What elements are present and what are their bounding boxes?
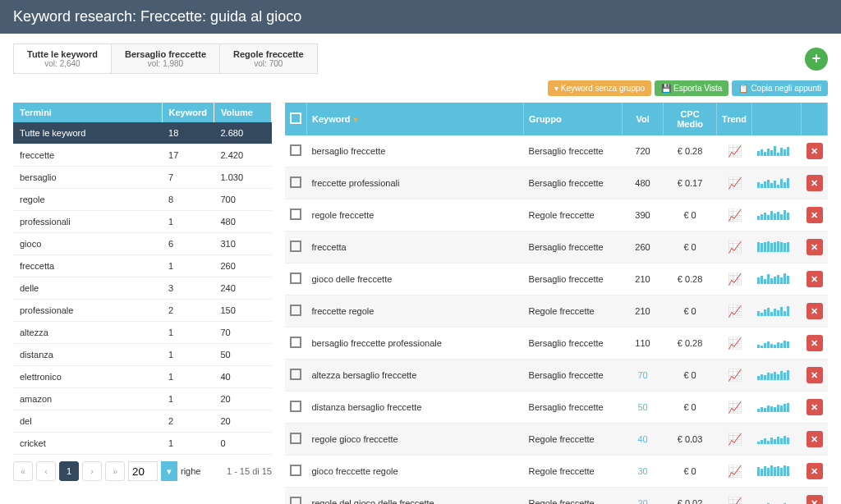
trend-icon[interactable]: 📈 (728, 208, 742, 222)
trend-icon[interactable]: 📈 (728, 369, 742, 382)
term-row[interactable]: professionali1480 (13, 211, 272, 233)
th-cpc[interactable]: CPC Medio (664, 103, 717, 135)
row-checkbox[interactable] (290, 401, 301, 412)
kw-cell: 1 (162, 388, 214, 410)
tab-item[interactable]: Tutte le keywordvol: 2,640 (14, 44, 112, 73)
pager-page-1[interactable]: 1 (59, 461, 79, 481)
row-checkbox[interactable] (290, 337, 301, 348)
th-group[interactable]: Gruppo (524, 103, 623, 135)
copy-clipboard-button[interactable]: 📋 Copia negli appunti (732, 80, 828, 96)
th-keyword[interactable]: Keyword (162, 103, 214, 122)
tab-item[interactable]: Regole freccettevol: 700 (220, 44, 317, 73)
term-row[interactable]: amazon120 (13, 388, 272, 410)
trend-icon[interactable]: 📈 (728, 337, 742, 350)
row-checkbox[interactable] (290, 273, 301, 284)
delete-button[interactable]: ✕ (807, 399, 823, 415)
delete-button[interactable]: ✕ (807, 463, 823, 479)
keyword-row: regole freccetteRegole freccette390€ 0📈✕ (285, 199, 828, 231)
th-checkbox[interactable] (285, 103, 307, 135)
delete-button[interactable]: ✕ (807, 303, 823, 319)
row-checkbox[interactable] (290, 241, 301, 252)
row-checkbox[interactable] (290, 176, 301, 188)
row-checkbox[interactable] (290, 208, 301, 220)
trend-icon[interactable]: 📈 (728, 305, 742, 318)
th-trend[interactable]: Trend (717, 103, 752, 135)
trend-icon[interactable]: 📈 (728, 273, 742, 286)
trend-icon[interactable]: 📈 (728, 497, 742, 504)
term-row[interactable]: freccette172.420 (13, 144, 272, 167)
cpc-cell: € 0 (664, 392, 717, 424)
page-size-dropdown[interactable]: ▾ (161, 461, 177, 481)
page-size-input[interactable] (128, 461, 158, 481)
row-checkbox[interactable] (290, 369, 301, 380)
th-term[interactable]: Termini (13, 103, 162, 122)
th-keyword[interactable]: Keyword▼ (307, 103, 524, 135)
group-cell: Regole freccette (524, 199, 623, 231)
delete-button[interactable]: ✕ (807, 431, 823, 447)
checkbox-all[interactable] (290, 112, 301, 124)
keyword-row: bersaglio freccette professionaleBersagl… (285, 328, 828, 360)
tab-sub: vol: 1,980 (125, 59, 206, 68)
delete-button[interactable]: ✕ (807, 207, 823, 223)
delete-button[interactable]: ✕ (807, 367, 823, 383)
vol-cell: 390 (623, 199, 664, 231)
keyword-no-group-button[interactable]: ▾ Keyword senza gruppo (548, 80, 651, 96)
row-checkbox[interactable] (290, 305, 301, 316)
row-checkbox[interactable] (290, 497, 301, 504)
trend-icon[interactable]: 📈 (728, 176, 742, 190)
pager-next[interactable]: › (82, 461, 102, 481)
vol-cell: 720 (623, 135, 664, 167)
group-cell: Bersaglio freccette (524, 263, 623, 296)
row-checkbox[interactable] (290, 433, 301, 444)
trend-icon[interactable]: 📈 (728, 401, 742, 414)
tab-sub: vol: 700 (233, 59, 304, 68)
kw-cell: 18 (162, 122, 214, 144)
vol-cell: 240 (214, 277, 272, 300)
kw-cell: gioco delle freccette (307, 263, 524, 296)
term-row[interactable]: Tutte le keyword182.680 (13, 122, 272, 144)
delete-button[interactable]: ✕ (807, 175, 823, 191)
th-volume[interactable]: Volume (214, 103, 272, 122)
term-row[interactable]: del220 (13, 410, 272, 433)
kw-cell: 17 (162, 144, 214, 167)
term-row[interactable]: elettronico140 (13, 366, 272, 388)
term-row[interactable]: distanza150 (13, 344, 272, 366)
term-row[interactable]: professionale2150 (13, 300, 272, 322)
term-cell: elettronico (13, 366, 162, 388)
trend-icon[interactable]: 📈 (728, 465, 742, 478)
export-view-button[interactable]: 💾 Esporta Vista (655, 80, 728, 96)
trend-icon[interactable]: 📈 (728, 433, 742, 446)
delete-button[interactable]: ✕ (807, 239, 823, 255)
term-row[interactable]: freccetta1260 (13, 255, 272, 277)
trend-icon[interactable]: 📈 (728, 144, 742, 158)
pager-last[interactable]: » (105, 461, 125, 481)
term-row[interactable]: bersaglio71.030 (13, 167, 272, 189)
term-cell: delle (13, 277, 162, 300)
row-checkbox[interactable] (290, 465, 301, 476)
term-row[interactable]: gioco6310 (13, 233, 272, 255)
kw-cell: 1 (162, 344, 214, 366)
delete-button[interactable]: ✕ (807, 143, 823, 159)
kw-cell: 6 (162, 233, 214, 255)
trend-icon[interactable]: 📈 (728, 241, 742, 254)
delete-button[interactable]: ✕ (807, 335, 823, 351)
vol-cell: 50 (623, 392, 664, 424)
vol-cell: 2.680 (214, 122, 272, 144)
term-row[interactable]: cricket10 (13, 433, 272, 455)
tab-item[interactable]: Bersaglio freccettevol: 1,980 (112, 44, 220, 73)
cpc-cell: € 0.17 (664, 167, 717, 199)
term-row[interactable]: delle3240 (13, 277, 272, 300)
pager-prev[interactable]: ‹ (36, 461, 56, 481)
kw-cell: 2 (162, 300, 214, 322)
pager-first[interactable]: « (13, 461, 33, 481)
term-row[interactable]: altezza170 (13, 322, 272, 344)
th-vol[interactable]: Vol (623, 103, 664, 135)
row-checkbox[interactable] (290, 144, 301, 156)
delete-button[interactable]: ✕ (807, 271, 823, 287)
delete-button[interactable]: ✕ (807, 495, 823, 504)
kw-cell: 1 (162, 255, 214, 277)
term-row[interactable]: regole8700 (13, 189, 272, 211)
kw-cell: 2 (162, 410, 214, 433)
page-title: Keyword research: Freccette: guida al gi… (13, 8, 301, 25)
add-tab-button[interactable]: + (805, 48, 828, 71)
